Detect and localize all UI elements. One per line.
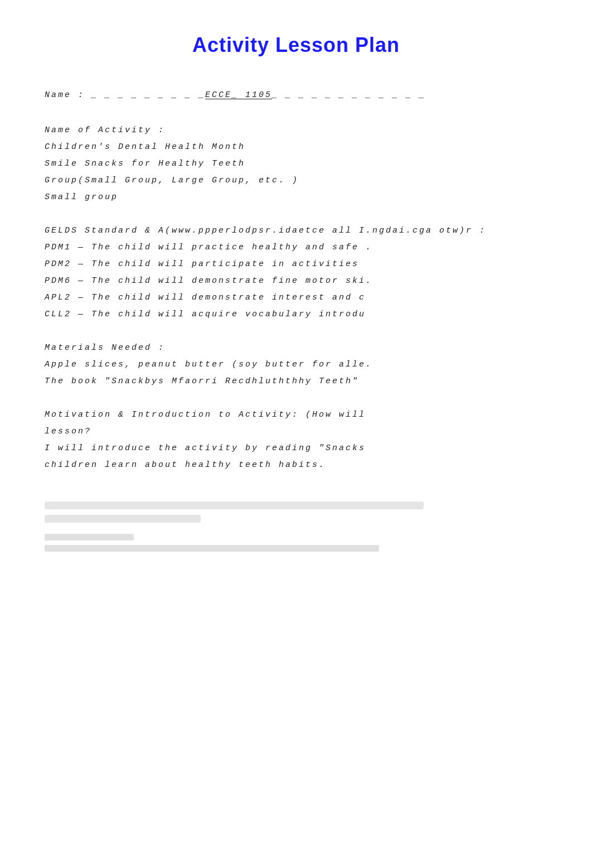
activity-section: Name of Activity : Children's Dental Hea… (45, 122, 547, 206)
gelds-line1: PDM1 — The child will practice healthy a… (45, 239, 547, 256)
gelds-line4: APL2 — The child will demonstrate intere… (45, 290, 547, 306)
blurred-label-1 (45, 534, 134, 541)
activity-line2: Smile Snacks for Healthy Teeth (45, 156, 547, 172)
activity-line4: Small group (45, 189, 547, 206)
blurred-section-2 (45, 534, 547, 552)
motivation-heading2: lesson? (45, 423, 547, 440)
gelds-line3: PDM6 — The child will demonstrate fine m… (45, 273, 547, 290)
activity-line1: Children's Dental Health Month (45, 139, 547, 156)
motivation-line1: I will introduce the activity by reading… (45, 440, 547, 457)
activity-heading: Name of Activity : (45, 122, 547, 139)
name-suffix: _ _ _ _ _ _ _ _ _ _ _ _ (272, 90, 426, 100)
materials-line1: Apple slices, peanut butter (soy butter … (45, 356, 547, 373)
blurred-section-1 (45, 501, 547, 523)
gelds-heading: GELDS Standard & A(www.ppperlodpsr.idaet… (45, 223, 547, 239)
name-label: Name : _ _ _ _ _ _ _ _ _ (45, 90, 205, 100)
motivation-section: Motivation & Introduction to Activity: (… (45, 407, 547, 474)
materials-heading: Materials Needed : (45, 340, 547, 356)
activity-line3: Group(Small Group, Large Group, etc. ) (45, 172, 547, 189)
motivation-heading: Motivation & Introduction to Activity: (… (45, 407, 547, 423)
gelds-line5: CLL2 — The child will acquire vocabulary… (45, 306, 547, 323)
name-value: ECCE_ 1105 (205, 90, 272, 100)
blurred-line-1 (45, 501, 424, 509)
gelds-section: GELDS Standard & A(www.ppperlodpsr.idaet… (45, 223, 547, 323)
page-title: Activity Lesson Plan (45, 33, 547, 57)
materials-line2: The book "Snackbys Mfaorri Recdhluththhy… (45, 373, 547, 390)
motivation-line2: children learn about healthy teeth habit… (45, 457, 547, 474)
name-line: Name : _ _ _ _ _ _ _ _ _ECCE_ 1105_ _ _ … (45, 90, 547, 100)
materials-section: Materials Needed : Apple slices, peanut … (45, 340, 547, 390)
blurred-label-2 (45, 545, 379, 552)
blurred-line-2 (45, 515, 201, 523)
gelds-line2: PDM2 — The child will participate in act… (45, 256, 547, 273)
